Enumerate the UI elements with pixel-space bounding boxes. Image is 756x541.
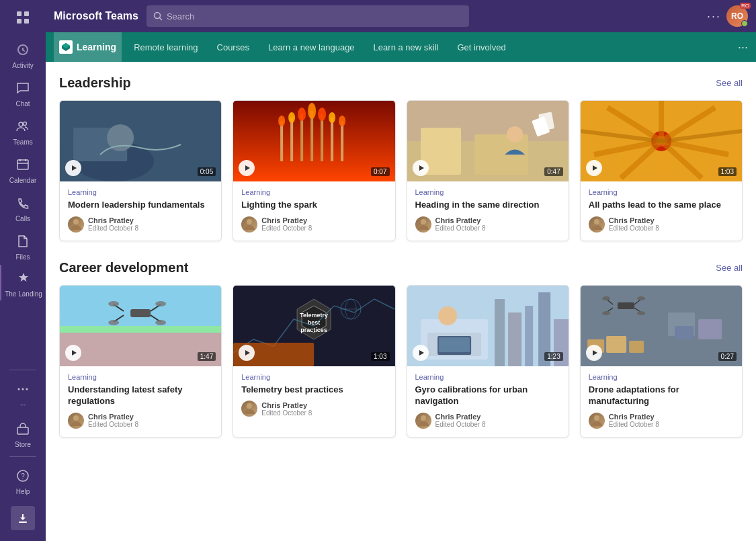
play-button-1[interactable] — [65, 160, 81, 176]
author-info-c2: Chris Pratley Edited October 8 — [261, 401, 312, 417]
sidebar-item-calendar[interactable]: Calendar — [0, 150, 46, 188]
play-button-3[interactable] — [413, 160, 429, 176]
svg-rect-1 — [24, 11, 29, 16]
svg-point-62 — [594, 219, 599, 224]
svg-point-36 — [329, 112, 335, 123]
play-button-c4[interactable] — [586, 345, 602, 361]
author-avatar-3 — [415, 216, 431, 233]
svg-rect-28 — [321, 114, 323, 161]
card-tag-c4: Learning — [589, 373, 734, 381]
svg-point-119 — [594, 415, 599, 421]
nav-item-courses[interactable]: Courses — [208, 32, 259, 62]
header-right: ··· RO RO — [707, 5, 748, 27]
sidebar-item-chat[interactable]: Chat — [0, 73, 46, 112]
author-name-c2: Chris Pratley — [261, 401, 312, 409]
career-section: Career development See all — [59, 260, 743, 438]
nav-item-get-involved[interactable]: Get involved — [448, 32, 515, 62]
sidebar-item-help[interactable]: ? Help — [9, 461, 36, 499]
status-badge — [741, 20, 748, 27]
leadership-see-all[interactable]: See all — [716, 78, 743, 88]
card-body-2: Learning Lighting the spark Chris Pratle… — [233, 181, 394, 241]
sidebar-item-calls[interactable]: Calls — [0, 188, 46, 226]
card-leadership-3: 0:47 Learning Heading in the same direct… — [407, 100, 569, 241]
svg-marker-20 — [72, 165, 77, 171]
svg-rect-99 — [439, 337, 470, 352]
svg-marker-87 — [245, 350, 250, 356]
card-body-c1: Learning Understanding latest safety reg… — [60, 366, 221, 437]
svg-marker-61 — [593, 165, 597, 171]
play-button-4[interactable] — [586, 160, 602, 176]
duration-3: 0:47 — [544, 167, 562, 176]
svg-point-32 — [288, 112, 295, 123]
sidebar-item-files[interactable]: Files — [0, 226, 46, 265]
svg-rect-6 — [17, 160, 28, 169]
career-see-all[interactable]: See all — [716, 263, 743, 273]
card-title-c1: Understanding latest safety regulations — [68, 384, 213, 407]
duration-c1: 1:47 — [198, 352, 216, 361]
svg-rect-105 — [675, 326, 694, 339]
svg-rect-25 — [290, 118, 293, 161]
card-thumb-3: 0:47 — [407, 101, 569, 181]
nav-item-learn-new-language[interactable]: Learn a new language — [259, 32, 364, 62]
nav-item-remote-learning[interactable]: Remote learning — [124, 32, 207, 62]
svg-point-73 — [108, 320, 119, 325]
sidebar-item-teams[interactable]: Teams — [0, 112, 46, 150]
author-name-c3: Chris Pratley — [435, 413, 486, 421]
svg-point-112 — [637, 296, 645, 300]
card-career-thumb-3: 1:23 — [407, 286, 569, 366]
sidebar-item-label: Calls — [15, 215, 30, 222]
play-button-c2[interactable] — [239, 345, 255, 361]
nav-more-button[interactable]: ··· — [738, 40, 748, 54]
avatar-ro-badge: RO — [740, 3, 751, 9]
svg-rect-3 — [24, 19, 29, 24]
card-title-1: Modern leadership fundamentals — [68, 199, 213, 211]
svg-rect-24 — [280, 121, 283, 161]
duration-c2: 1:03 — [371, 352, 389, 361]
sidebar-item-landing[interactable]: The Landing — [0, 265, 46, 300]
svg-rect-92 — [525, 306, 533, 366]
card-author-4: Chris Pratley Edited October 8 — [589, 216, 734, 233]
svg-point-37 — [339, 116, 345, 126]
leadership-title: Leadership — [59, 75, 131, 91]
card-title-2: Lighting the spark — [241, 199, 386, 211]
card-tag-c2: Learning — [241, 373, 386, 381]
avatar-wrap[interactable]: RO RO — [726, 5, 748, 27]
svg-point-48 — [421, 219, 426, 224]
learning-nav-label: Learning — [77, 42, 116, 52]
download-button[interactable] — [11, 506, 35, 530]
nav-item-learn-new-skill[interactable]: Learn a new skill — [364, 32, 448, 62]
learning-logo[interactable]: Learning — [54, 32, 122, 62]
grid-icon[interactable] — [11, 5, 35, 30]
author-avatar-c2 — [241, 401, 257, 417]
sidebar-item-store[interactable]: Store — [9, 414, 36, 452]
help-label: Help — [16, 488, 30, 495]
author-name-2: Chris Pratley — [261, 216, 312, 224]
author-date-4: Edited October 8 — [609, 224, 659, 232]
sidebar-item-label: Teams — [13, 138, 32, 146]
svg-marker-75 — [72, 350, 77, 356]
card-tag-1: Learning — [68, 188, 213, 196]
more-icon — [12, 378, 34, 400]
sidebar-item-activity[interactable]: Activity — [0, 35, 46, 73]
leadership-section-header: Leadership See all — [59, 75, 743, 91]
svg-point-4 — [19, 122, 23, 126]
svg-point-111 — [602, 296, 610, 300]
play-button-c3[interactable] — [413, 345, 429, 361]
author-name-1: Chris Pratley — [88, 216, 138, 224]
svg-rect-65 — [60, 333, 221, 366]
svg-point-88 — [247, 403, 252, 409]
search-bar[interactable] — [146, 5, 469, 27]
sidebar-item-label: Activity — [12, 62, 34, 69]
svg-point-74 — [155, 320, 166, 325]
header-more-button[interactable]: ··· — [707, 9, 721, 24]
svg-line-15 — [159, 18, 162, 21]
search-input[interactable] — [167, 11, 462, 22]
svg-point-114 — [637, 311, 645, 315]
sidebar-item-more[interactable]: ··· — [9, 374, 36, 413]
author-date-c3: Edited October 8 — [435, 421, 486, 428]
help-icon: ? — [12, 465, 34, 487]
career-cards-grid: 1:47 Learning Understanding latest safet… — [59, 285, 743, 438]
card-author-2: Chris Pratley Edited October 8 — [241, 216, 386, 233]
play-button-c1[interactable] — [65, 345, 81, 361]
calls-icon — [12, 192, 34, 214]
